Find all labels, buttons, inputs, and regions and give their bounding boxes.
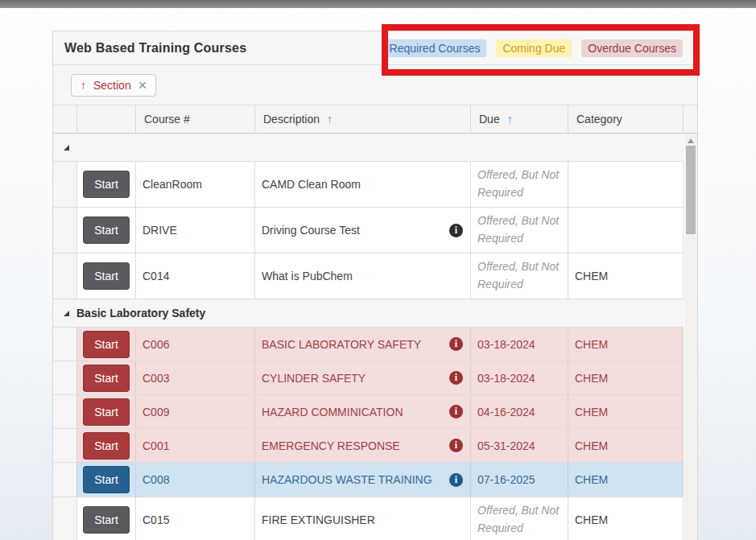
table-row: StartC009HAZARD COMMINICATIONi04-16-2024… xyxy=(53,395,684,429)
table-row: StartC006BASIC LABORATORY SAFETYi03-18-2… xyxy=(53,328,684,361)
top-window-bar xyxy=(0,0,756,8)
start-button[interactable]: Start xyxy=(83,365,130,392)
due-cell: 05-31-2024 xyxy=(471,429,568,462)
due-cell: 03-18-2024 xyxy=(471,328,568,361)
row-action-cell: Start xyxy=(77,162,136,207)
course-number-cell: C015 xyxy=(136,497,255,540)
row-indent-cell xyxy=(53,361,77,394)
category-cell: CHEM xyxy=(568,361,684,394)
row-action-cell: Start xyxy=(77,497,136,540)
start-button[interactable]: Start xyxy=(83,216,130,244)
legend: Required Courses Coming Due Overdue Cour… xyxy=(383,39,686,57)
info-icon[interactable]: i xyxy=(449,439,463,452)
description-cell: What is PubChem xyxy=(255,254,471,299)
description-text: What is PubChem xyxy=(262,270,353,282)
category-cell: CHEM xyxy=(568,463,684,497)
row-indent-cell xyxy=(53,497,77,540)
due-cell: Offered, But Not Required xyxy=(471,254,568,299)
table-row: StartC015FIRE EXTINGUISHEROffered, But N… xyxy=(53,497,684,540)
description-text: HAZARD COMMINICATION xyxy=(262,406,403,418)
description-text: Driving Course Test xyxy=(262,224,360,237)
row-action-cell: Start xyxy=(77,328,136,361)
category-cell xyxy=(568,208,684,253)
due-cell: 03-18-2024 xyxy=(471,361,568,394)
course-number-cell: C008 xyxy=(136,463,255,497)
due-cell: 07-16-2025 xyxy=(471,463,568,497)
column-label: Category xyxy=(576,113,622,126)
category-cell: CHEM xyxy=(568,429,684,462)
description-text: BASIC LABORATORY SAFETY xyxy=(262,338,421,351)
sort-asc-icon: ↑ xyxy=(327,113,333,126)
grid-header-row: Course #Description↑Due↑Category xyxy=(53,105,697,134)
category-cell xyxy=(568,162,684,207)
group-collapse-icon[interactable] xyxy=(64,145,69,150)
start-button[interactable]: Start xyxy=(83,506,130,534)
info-icon[interactable]: i xyxy=(449,224,463,237)
start-button[interactable]: Start xyxy=(83,466,130,493)
table-row: StartC001EMERGENCY RESPONSEi05-31-2024CH… xyxy=(53,429,684,463)
course-number-cell: DRIVE xyxy=(136,208,255,253)
scrollbar-thumb[interactable] xyxy=(686,146,696,234)
start-button[interactable]: Start xyxy=(83,171,130,198)
column-header-description[interactable]: Description↑ xyxy=(255,105,471,133)
column-header-empty xyxy=(77,105,136,133)
course-number-cell: C006 xyxy=(136,328,255,361)
course-number-cell: C001 xyxy=(136,429,255,462)
courses-grid: Course #Description↑Due↑Category StartCl… xyxy=(53,105,697,540)
start-button[interactable]: Start xyxy=(83,331,130,358)
row-action-cell: Start xyxy=(77,429,136,462)
group-filter-bar: ↑ Section × xyxy=(53,65,697,105)
due-cell: Offered, But Not Required xyxy=(471,162,568,207)
description-cell: BASIC LABORATORY SAFETYi xyxy=(255,328,471,361)
table-row: StartC003CYLINDER SAFETYi03-18-2024CHEM xyxy=(53,361,684,395)
page-title: Web Based Training Courses xyxy=(64,41,246,56)
info-icon[interactable]: i xyxy=(449,371,463,385)
group-collapse-icon[interactable] xyxy=(64,311,69,316)
column-label: Due xyxy=(479,113,500,126)
legend-required-courses: Required Courses xyxy=(383,39,487,57)
sort-asc-icon: ↑ xyxy=(507,113,513,126)
section-group-chip[interactable]: ↑ Section × xyxy=(71,74,156,97)
description-cell: CAMD Clean Room xyxy=(255,162,471,207)
due-cell: 04-16-2024 xyxy=(471,395,568,428)
description-cell: Driving Course Testi xyxy=(255,208,471,253)
close-icon[interactable]: × xyxy=(138,80,147,90)
row-action-cell: Start xyxy=(77,361,136,394)
row-indent-cell xyxy=(53,328,77,361)
vertical-scrollbar[interactable] xyxy=(684,134,697,540)
info-icon[interactable]: i xyxy=(449,405,463,418)
training-courses-panel: Web Based Training Courses Required Cour… xyxy=(52,31,698,540)
panel-header: Web Based Training Courses Required Cour… xyxy=(53,31,697,65)
column-label: Description xyxy=(263,113,320,126)
row-indent-cell xyxy=(53,254,77,299)
info-icon[interactable]: i xyxy=(449,337,463,351)
column-header-category[interactable]: Category xyxy=(568,105,684,133)
table-row: StartC008HAZARDOUS WASTE TRAININGi07-16-… xyxy=(53,463,684,497)
description-text: CAMD Clean Room xyxy=(262,178,361,191)
header-scrollbar-corner xyxy=(684,105,697,133)
column-header-due[interactable]: Due↑ xyxy=(471,105,568,133)
row-indent-cell xyxy=(53,208,77,253)
row-action-cell: Start xyxy=(77,208,136,253)
table-row: StartCleanRoomCAMD Clean RoomOffered, Bu… xyxy=(53,162,684,208)
description-text: EMERGENCY RESPONSE xyxy=(262,439,400,452)
row-action-cell: Start xyxy=(77,254,136,299)
description-cell: CYLINDER SAFETYi xyxy=(255,361,471,394)
category-cell: CHEM xyxy=(568,395,684,428)
category-cell: CHEM xyxy=(568,328,684,361)
description-cell: HAZARDOUS WASTE TRAININGi xyxy=(255,463,471,497)
start-button[interactable]: Start xyxy=(83,398,130,426)
start-button[interactable]: Start xyxy=(83,262,130,290)
table-row: StartDRIVEDriving Course TestiOffered, B… xyxy=(53,208,684,254)
group-name: Basic Laboratory Safety xyxy=(76,307,205,319)
column-header-course[interactable]: Course # xyxy=(136,105,255,133)
description-cell: HAZARD COMMINICATIONi xyxy=(255,395,471,428)
scroll-up-arrow-icon[interactable] xyxy=(688,138,694,143)
due-cell: Offered, But Not Required xyxy=(471,208,568,253)
info-icon[interactable]: i xyxy=(449,473,463,487)
row-indent-cell xyxy=(53,395,77,428)
start-button[interactable]: Start xyxy=(83,432,130,460)
column-label: Course # xyxy=(144,113,190,126)
sort-asc-icon: ↑ xyxy=(81,79,86,92)
course-number-cell: C003 xyxy=(136,361,255,394)
